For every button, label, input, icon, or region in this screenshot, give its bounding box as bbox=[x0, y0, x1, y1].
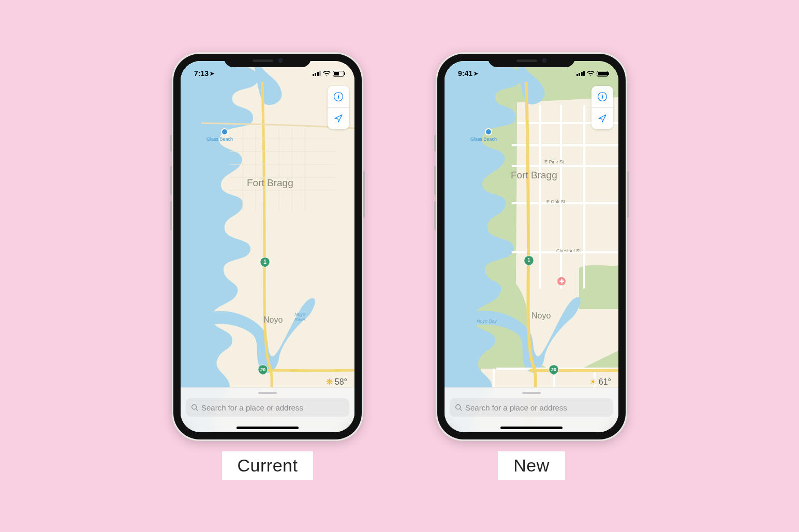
temperature: 58° bbox=[335, 377, 347, 387]
map-info-button[interactable]: i bbox=[328, 86, 349, 108]
wifi-icon bbox=[323, 71, 331, 77]
phone-notch bbox=[488, 54, 575, 67]
search-placeholder: Search for a place or address bbox=[465, 403, 567, 412]
phone-bezel: Glass Beach E Pine St Fort Bragg E Oak S… bbox=[437, 54, 626, 439]
phone-screen-left: Glass Beach Fort Bragg Noyo Noyo River 1… bbox=[181, 61, 354, 432]
phone-frame-right: Glass Beach E Pine St Fort Bragg E Oak S… bbox=[436, 52, 627, 441]
svg-text:1: 1 bbox=[527, 257, 530, 263]
caption-left: Current bbox=[222, 451, 314, 480]
map-controls: i bbox=[591, 86, 613, 129]
noyo-label: Noyo bbox=[531, 311, 551, 321]
noyo-bay-label: Noyo Bay bbox=[477, 318, 497, 324]
weather-icon: ☀ bbox=[589, 377, 597, 387]
battery-icon bbox=[597, 71, 608, 77]
temperature: 61° bbox=[599, 377, 611, 387]
map-info-button[interactable]: i bbox=[591, 86, 613, 108]
search-drawer[interactable]: Search for a place or address bbox=[181, 387, 354, 432]
fort-bragg-label: Fort Bragg bbox=[247, 177, 293, 189]
phone-notch bbox=[224, 54, 311, 67]
glass-beach-pin[interactable] bbox=[485, 128, 492, 135]
svg-text:i: i bbox=[337, 93, 339, 100]
search-icon bbox=[191, 404, 198, 411]
svg-line-35 bbox=[460, 409, 462, 411]
phone-screen-right: Glass Beach E Pine St Fort Bragg E Oak S… bbox=[445, 61, 618, 432]
fort-bragg-label: Fort Bragg bbox=[511, 170, 557, 181]
home-indicator[interactable] bbox=[500, 427, 563, 429]
e-oak-label: E Oak St bbox=[546, 199, 565, 204]
search-placeholder: Search for a place or address bbox=[201, 403, 303, 412]
noyo-river-label: Noyo River bbox=[294, 312, 305, 322]
search-input[interactable]: Search for a place or address bbox=[186, 398, 349, 417]
caption-right: New bbox=[498, 451, 565, 480]
cellular-icon bbox=[313, 71, 321, 76]
location-arrow-icon: ➤ bbox=[210, 70, 214, 77]
weather-widget[interactable]: ❋ 58° bbox=[326, 377, 347, 387]
location-arrow-icon: ➤ bbox=[474, 70, 478, 77]
svg-line-16 bbox=[196, 409, 198, 411]
phone-right-wrap: Glass Beach E Pine St Fort Bragg E Oak S… bbox=[436, 52, 627, 480]
map-locate-button[interactable] bbox=[328, 108, 349, 129]
wifi-icon bbox=[587, 71, 595, 77]
glass-beach-label: Glass Beach bbox=[206, 136, 233, 142]
phone-frame-left: Glass Beach Fort Bragg Noyo Noyo River 1… bbox=[172, 52, 363, 441]
cellular-icon bbox=[576, 71, 585, 76]
search-input[interactable]: Search for a place or address bbox=[450, 398, 613, 417]
search-drawer[interactable]: Search for a place or address bbox=[445, 387, 618, 432]
weather-widget[interactable]: ☀ 61° bbox=[589, 377, 611, 387]
drawer-handle[interactable] bbox=[258, 392, 277, 394]
noyo-label: Noyo bbox=[263, 315, 283, 325]
route-20-shield: 20 bbox=[548, 364, 559, 375]
map-controls: i bbox=[328, 86, 349, 129]
svg-text:1: 1 bbox=[263, 259, 267, 265]
svg-text:i: i bbox=[601, 93, 603, 100]
route-1-shield: 1 bbox=[259, 256, 271, 268]
chestnut-label: Chestnut St bbox=[556, 248, 581, 253]
phone-left-wrap: Glass Beach Fort Bragg Noyo Noyo River 1… bbox=[172, 52, 363, 480]
glass-beach-label: Glass Beach bbox=[470, 136, 497, 142]
home-indicator[interactable] bbox=[236, 427, 299, 429]
e-pine-label: E Pine St bbox=[544, 159, 564, 164]
search-icon bbox=[455, 404, 462, 411]
weather-icon: ❋ bbox=[326, 377, 333, 387]
glass-beach-pin[interactable] bbox=[221, 128, 228, 135]
route-1-shield: 1 bbox=[523, 255, 535, 266]
status-time: 9:41 bbox=[458, 69, 472, 78]
phone-bezel: Glass Beach Fort Bragg Noyo Noyo River 1… bbox=[173, 54, 362, 439]
status-time: 7:13 bbox=[194, 69, 209, 78]
svg-text:20: 20 bbox=[260, 367, 265, 372]
battery-icon bbox=[333, 71, 344, 77]
map-locate-button[interactable] bbox=[591, 108, 613, 129]
route-20-shield: 20 bbox=[257, 364, 269, 375]
drawer-handle[interactable] bbox=[522, 392, 541, 394]
svg-text:20: 20 bbox=[551, 367, 556, 372]
hospital-icon[interactable]: ✚ bbox=[557, 277, 566, 285]
